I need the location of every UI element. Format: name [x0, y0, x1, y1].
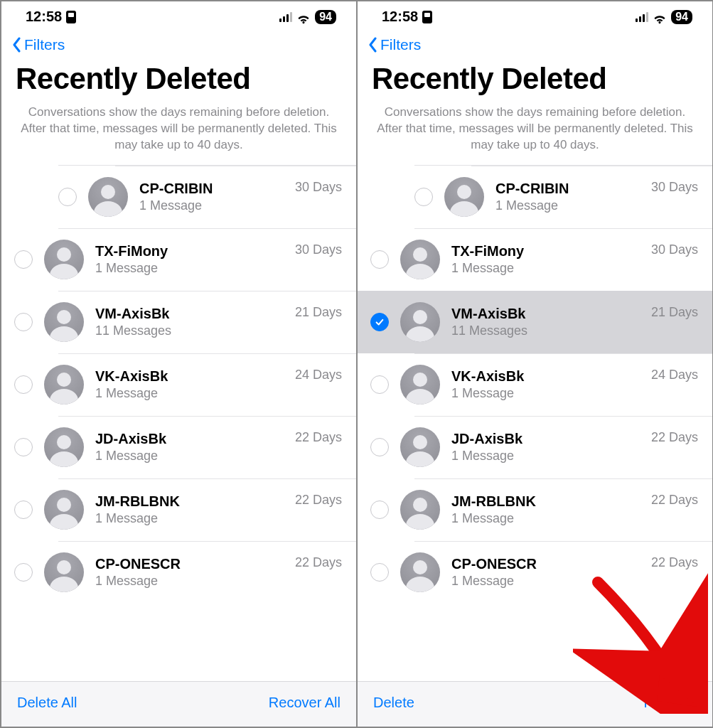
recover-button[interactable]: Recover All	[269, 695, 341, 711]
status-time: 12:58	[382, 9, 432, 25]
select-checkbox[interactable]	[58, 188, 77, 206]
conversation-row[interactable]: TX-FiMony 1 Message 30 Days	[358, 228, 712, 291]
row-text: VK-AxisBk 1 Message	[451, 368, 651, 401]
select-checkbox[interactable]	[370, 313, 389, 331]
conversation-row[interactable]: VM-AxisBk 11 Messages 21 Days	[358, 291, 712, 353]
checkmark-icon	[375, 317, 385, 327]
divider	[58, 228, 356, 229]
conversation-row[interactable]: JM-RBLBNK 1 Message 22 Days	[1, 478, 356, 541]
avatar-icon	[400, 365, 440, 405]
row-text: TX-FiMony 1 Message	[95, 243, 295, 276]
select-checkbox[interactable]	[14, 375, 33, 394]
conversation-row[interactable]: VM-AxisBk 11 Messages 21 Days	[1, 291, 356, 353]
contact-name: JM-RBLBNK	[451, 493, 651, 510]
divider	[115, 166, 356, 166]
conversation-row[interactable]: CP-CRIBIN 1 Message 30 Days	[414, 165, 712, 228]
avatar-icon	[400, 302, 440, 342]
select-checkbox[interactable]	[14, 563, 33, 582]
phone-screen: 12:58 94 Filters Recently Deleted Conver…	[358, 1, 712, 727]
status-right: 94	[636, 10, 692, 24]
row-text: JD-AxisBk 1 Message	[451, 431, 651, 464]
contact-name: VM-AxisBk	[95, 306, 295, 322]
back-label: Filters	[380, 36, 421, 53]
conversation-row[interactable]: CP-ONESCR 1 Message 22 Days	[1, 541, 356, 604]
chevron-left-icon	[368, 37, 377, 53]
divider	[414, 228, 712, 229]
sim-icon	[66, 11, 76, 23]
avatar-icon	[44, 302, 84, 342]
clock-text: 12:58	[26, 9, 62, 25]
message-count: 1 Message	[95, 574, 295, 589]
avatar-icon	[44, 365, 84, 405]
select-checkbox[interactable]	[370, 250, 389, 269]
status-time: 12:58	[26, 9, 76, 25]
conversation-row[interactable]: CP-CRIBIN 1 Message 30 Days	[58, 165, 356, 228]
status-right: 94	[279, 10, 336, 24]
avatar-icon	[88, 177, 128, 217]
avatar-icon	[44, 240, 84, 279]
divider	[58, 478, 356, 479]
select-checkbox[interactable]	[14, 500, 33, 519]
delete-button[interactable]: Delete	[373, 695, 414, 711]
row-text: TX-FiMony 1 Message	[451, 243, 651, 276]
days-remaining: 21 Days	[651, 305, 698, 320]
divider	[414, 541, 712, 542]
divider	[414, 478, 712, 479]
days-remaining: 30 Days	[651, 180, 698, 195]
conversation-row[interactable]: JD-AxisBk 1 Message 22 Days	[1, 416, 356, 478]
row-text: VK-AxisBk 1 Message	[95, 368, 295, 401]
bottom-toolbar: Delete Recover	[358, 681, 712, 727]
select-checkbox[interactable]	[14, 438, 33, 456]
select-checkbox[interactable]	[14, 250, 33, 269]
select-checkbox[interactable]	[370, 500, 389, 519]
page-title: Recently Deleted	[1, 59, 356, 105]
contact-name: VM-AxisBk	[451, 306, 651, 322]
days-remaining: 21 Days	[295, 305, 342, 320]
message-count: 1 Message	[451, 574, 651, 589]
conversation-row[interactable]: VK-AxisBk 1 Message 24 Days	[1, 353, 356, 416]
message-count: 11 Messages	[451, 323, 651, 338]
recover-button[interactable]: Recover	[644, 695, 697, 711]
status-bar: 12:58 94	[1, 1, 356, 31]
back-button[interactable]: Filters	[358, 31, 712, 59]
conversation-list[interactable]: CP-CRIBIN 1 Message 30 Days TX-FiMony 1 …	[358, 165, 712, 681]
wifi-icon	[653, 11, 667, 22]
avatar-icon	[444, 177, 484, 217]
message-count: 1 Message	[451, 449, 651, 464]
phone-screen: 12:58 94 Filters Recently Deleted Conver…	[1, 1, 356, 727]
message-count: 1 Message	[95, 261, 295, 276]
row-text: VM-AxisBk 11 Messages	[95, 306, 295, 338]
days-remaining: 22 Days	[295, 555, 342, 570]
days-remaining: 24 Days	[651, 368, 698, 382]
back-button[interactable]: Filters	[1, 31, 356, 59]
page-subtitle: Conversations show the days remaining be…	[358, 105, 712, 165]
select-checkbox[interactable]	[370, 375, 389, 394]
message-count: 1 Message	[95, 449, 295, 464]
conversation-row[interactable]: JD-AxisBk 1 Message 22 Days	[358, 416, 712, 478]
cellular-signal-icon	[636, 12, 648, 22]
clock-text: 12:58	[382, 9, 418, 25]
row-text: CP-ONESCR 1 Message	[451, 556, 651, 589]
days-remaining: 22 Days	[651, 430, 698, 445]
message-count: 1 Message	[495, 198, 651, 213]
conversation-row[interactable]: TX-FiMony 1 Message 30 Days	[1, 228, 356, 291]
conversation-list[interactable]: CP-CRIBIN 1 Message 30 Days TX-FiMony 1 …	[1, 165, 356, 681]
message-count: 1 Message	[95, 511, 295, 526]
contact-name: JM-RBLBNK	[95, 493, 295, 510]
row-text: CP-CRIBIN 1 Message	[139, 181, 295, 213]
conversation-row[interactable]: JM-RBLBNK 1 Message 22 Days	[358, 478, 712, 541]
avatar-icon	[44, 427, 84, 467]
select-checkbox[interactable]	[370, 563, 389, 582]
days-remaining: 22 Days	[295, 493, 342, 508]
contact-name: CP-CRIBIN	[139, 181, 295, 197]
contact-name: VK-AxisBk	[95, 368, 295, 385]
battery-indicator: 94	[671, 10, 692, 24]
conversation-row[interactable]: VK-AxisBk 1 Message 24 Days	[358, 353, 712, 416]
select-checkbox[interactable]	[14, 313, 33, 331]
message-count: 1 Message	[451, 261, 651, 276]
conversation-row[interactable]: CP-ONESCR 1 Message 22 Days	[358, 541, 712, 604]
delete-button[interactable]: Delete All	[17, 695, 77, 711]
days-remaining: 22 Days	[651, 555, 698, 570]
select-checkbox[interactable]	[414, 188, 433, 206]
select-checkbox[interactable]	[370, 438, 389, 456]
